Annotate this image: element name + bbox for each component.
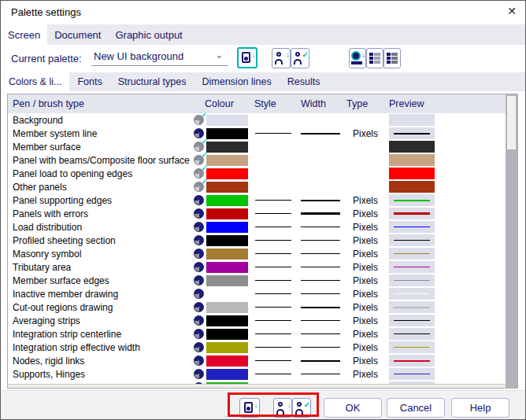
table-row[interactable]: Nodes, rigid linksPixels [8,354,506,367]
width-line[interactable] [301,360,340,362]
width-line[interactable] [301,320,340,321]
table-row[interactable]: Other panels✓ [8,180,506,193]
width-line[interactable] [301,240,340,241]
table-row[interactable]: Integration strip centerlinePixels [8,327,506,341]
pen-icon[interactable] [194,235,204,245]
style-line[interactable] [255,240,291,241]
width-line[interactable] [301,200,340,201]
colour-swatch[interactable] [206,315,248,326]
table-row[interactable]: Integration strip effective widthPixels [8,341,506,354]
width-line[interactable] [301,347,340,348]
colour-swatch[interactable] [206,182,248,193]
table-row[interactable]: Panel with beams/Composite floor surface… [8,153,506,167]
table-row[interactable]: Load distributionPixels [8,220,506,234]
pen-icon[interactable] [194,208,204,219]
type-cell[interactable]: Pixels [346,356,389,367]
import-user-settings-button[interactable]: ↓ [272,48,291,68]
type-cell[interactable]: Pixels [346,222,389,233]
colour-swatch[interactable] [206,128,248,139]
style-line[interactable] [255,267,291,267]
style-line[interactable] [255,253,291,254]
pen-icon[interactable] [194,342,204,352]
table-row[interactable]: Member surface✓ [8,140,506,153]
table-row[interactable]: Masonry symbolPixels [8,247,506,260]
colour-swatch[interactable] [206,275,248,286]
vertical-scrollbar[interactable] [506,94,517,388]
subtab-colors-li[interactable]: Colors & li... [1,72,69,91]
table-row[interactable]: Member system linePixels [8,127,506,140]
table-row[interactable]: Cut-out regions drawingPixels [8,300,506,314]
apply-user-settings-button-footer[interactable]: ✓ [292,398,311,418]
subtab-structural-types[interactable]: Structural types [110,72,194,91]
table-row[interactable]: Panels with errorsPixels [8,207,506,220]
style-line[interactable] [255,213,291,214]
ok-button[interactable]: OK [324,398,382,418]
style-line[interactable] [255,360,291,361]
colour-swatch[interactable] [206,356,248,367]
tab-screen[interactable]: Screen [1,24,47,45]
type-cell[interactable]: Pixels [346,235,389,246]
table-row[interactable]: Panel supporting edgesPixels [8,193,506,207]
import-user-settings-button-footer[interactable]: ↓ [273,398,292,418]
table-row[interactable]: Averaging stripsPixels [8,314,506,327]
colour-swatch[interactable] [206,342,248,353]
type-cell[interactable]: Pixels [346,289,389,300]
load-palette-button-footer[interactable]: ↓ [239,398,260,418]
table-row[interactable]: Inactive member drawingPixels [8,287,506,300]
style-line[interactable] [255,307,291,308]
pen-icon[interactable] [194,262,204,272]
width-line[interactable] [301,333,340,334]
load-palette-button[interactable]: ↓ [237,47,257,68]
style-line[interactable] [255,320,291,321]
subtab-fonts[interactable]: Fonts [69,72,109,91]
colour-swatch[interactable] [206,115,248,126]
apply-user-settings-button[interactable]: ✓ [291,48,309,68]
help-button[interactable]: Help [451,398,509,418]
width-line[interactable] [301,307,340,308]
type-cell[interactable]: Pixels [346,369,389,380]
pen-icon[interactable] [194,302,204,312]
table-row[interactable]: Panel load to opening edges✓ [8,167,506,180]
style-line[interactable] [255,333,291,334]
colour-swatch[interactable] [206,369,248,380]
colour-swatch[interactable] [206,329,248,340]
width-line[interactable] [301,293,340,294]
style-line[interactable] [255,280,291,281]
style-line[interactable] [255,227,291,227]
type-cell[interactable]: Pixels [346,128,389,139]
type-cell[interactable]: Pixels [346,195,389,206]
table-row[interactable]: Supports, HingesPixels [8,367,506,381]
subtab-results[interactable]: Results [280,72,328,91]
colour-swatch[interactable] [206,222,248,233]
table-row[interactable]: Member surface edgesPixels [8,274,506,287]
width-line[interactable] [301,280,340,281]
colour-swatch[interactable] [206,249,248,260]
tab-graphic-output[interactable]: Graphic output [108,24,189,45]
width-line[interactable] [301,267,340,267]
table-row[interactable]: Tributary areaPixels [8,260,506,274]
width-line[interactable] [301,374,340,374]
palette-dropdown[interactable]: New UI background ⌄ [91,48,228,66]
pen-icon[interactable] [194,315,204,326]
colour-swatch[interactable] [206,168,248,179]
width-line[interactable] [301,227,340,227]
type-cell[interactable]: Pixels [346,329,389,340]
list-view-button[interactable] [366,48,383,68]
type-cell[interactable]: Pixels [346,262,389,273]
horizontal-scrollbar[interactable] [8,384,506,388]
pen-icon[interactable] [194,222,204,232]
colour-swatch[interactable] [206,195,248,206]
type-cell[interactable]: Pixels [346,275,389,286]
list-view-compact-button[interactable] [383,48,401,68]
width-line[interactable] [301,212,340,215]
colour-swatch[interactable] [206,262,248,273]
pen-icon[interactable] [194,275,204,286]
style-line[interactable] [255,200,291,201]
type-cell[interactable]: Pixels [346,208,389,219]
type-cell[interactable]: Pixels [346,315,389,326]
colour-swatch[interactable] [206,142,248,153]
type-cell[interactable]: Pixels [346,302,389,313]
style-line[interactable] [255,133,291,134]
cancel-button[interactable]: Cancel [387,398,445,418]
style-line[interactable] [255,347,291,348]
